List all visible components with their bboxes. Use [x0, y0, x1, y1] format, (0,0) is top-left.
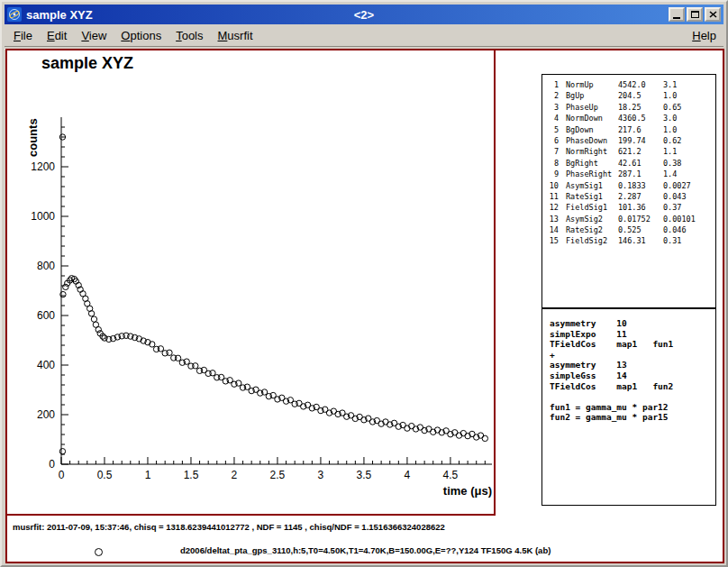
data-point [91, 316, 96, 322]
x-tick-label: 0 [59, 469, 65, 481]
close-icon [709, 11, 717, 18]
data-point [59, 449, 65, 454]
theory-line: + [550, 350, 715, 361]
x-tick-label: 4 [405, 469, 411, 481]
parameter-row: 9PhaseRight287.11.4 [542, 169, 715, 179]
y-tick-label: 200 [37, 408, 55, 421]
x-tick-label: 2.5 [270, 469, 286, 481]
parameter-row: 6PhaseDown199.740.62 [542, 135, 715, 146]
root-canvas[interactable]: time (μs) counts 00.511.522.533.544.5020… [5, 49, 724, 563]
plot-svg: time (μs) counts 00.511.522.533.544.5020… [7, 50, 494, 514]
theory-pane[interactable]: asymmetry 10simplExpo 11TFieldCos map1 f… [541, 308, 716, 506]
theory-lines: asymmetry 10simplExpo 11TFieldCos map1 f… [550, 318, 715, 423]
menu-item-tools[interactable]: Tools [168, 27, 210, 44]
window-controls [669, 7, 721, 22]
y-axis-title: counts [26, 118, 40, 157]
maximize-button[interactable] [687, 7, 703, 22]
data-point [210, 370, 215, 376]
y-tick-label: 0 [49, 458, 55, 471]
plot-title: sample XYZ [41, 54, 133, 73]
app-icon [7, 7, 22, 22]
parameter-row: 2BgUp204.51.0 [542, 90, 715, 101]
data-point [158, 346, 163, 352]
data-point [175, 355, 180, 361]
menu-items-right: Help [685, 27, 723, 44]
theory-line: fun1 = gamma_mu * par12 [550, 402, 715, 413]
theory-line: TFieldCos map1 fun2 [550, 381, 715, 392]
x-tick-label: 0.5 [97, 469, 113, 481]
parameter-row: 7NormRight621.21.1 [542, 146, 715, 157]
menu-item-edit[interactable]: Edit [40, 27, 74, 44]
data-point [96, 326, 101, 332]
fit-info-text: musrfit: 2011-07-09, 15:37:46, chisq = 1… [13, 522, 445, 532]
theory-line: fun2 = gamma_mu * par15 [550, 412, 715, 423]
y-tick-label: 400 [37, 359, 55, 371]
x-axis-title: time (μs) [443, 484, 492, 498]
data-point [63, 284, 68, 289]
parameter-row: 12FieldSig1101.360.37 [542, 202, 715, 213]
title-bar[interactable]: sample XYZ <2> [5, 5, 723, 24]
data-point [167, 350, 172, 355]
menu-bar: FileEditViewOptionsToolsMusrfit Help [5, 26, 723, 45]
parameter-row: 3PhaseUp18.250.65 [542, 102, 715, 113]
x-tick-label: 3.5 [357, 469, 372, 481]
theory-line: asymmetry 10 [550, 318, 715, 329]
y-tick-label: 1200 [31, 160, 55, 173]
parameter-row: 5BgDown217.61.0 [542, 124, 715, 135]
application-window: sample XYZ <2> FileEditViewOptionsToolsM… [0, 0, 728, 567]
open-circle-marker-icon [95, 548, 103, 556]
x-tick-label: 2 [232, 469, 238, 481]
parameter-row: 13AsymSig20.017520.00101 [542, 214, 715, 224]
theory-line: asymmetry 13 [550, 360, 715, 370]
data-point [193, 363, 198, 369]
menu-items-left: FileEditViewOptionsToolsMusrfit [6, 27, 260, 44]
parameter-row: 1NormUp4542.03.1 [542, 79, 715, 90]
menu-item-help[interactable]: Help [685, 27, 723, 44]
parameter-row: 4NormDown4360.53.0 [542, 113, 715, 123]
theory-line: TFieldCos map1 fun1 [550, 339, 715, 350]
parameters-pane[interactable]: 1NormUp4542.03.12BgUp204.51.03PhaseUp18.… [541, 74, 716, 308]
x-tick-label: 1.5 [184, 469, 199, 481]
theory-line: simplExpo 11 [550, 329, 715, 340]
menu-item-file[interactable]: File [6, 27, 40, 44]
theory-line [550, 391, 715, 402]
x-tick-label: 1 [145, 469, 151, 481]
parameters-list: 1NormUp4542.03.12BgUp204.51.03PhaseUp18.… [542, 79, 715, 247]
menu-item-options[interactable]: Options [114, 27, 168, 44]
y-tick-label: 600 [37, 309, 55, 322]
minimize-button[interactable] [669, 7, 685, 22]
parameter-row: 15FieldSig2146.310.31 [542, 235, 715, 246]
y-tick-label: 800 [37, 260, 55, 272]
parameter-row: 8BgRight42.610.38 [542, 158, 715, 169]
menu-item-view[interactable]: View [74, 27, 114, 44]
parameter-row: 14RateSig20.5250.046 [542, 224, 715, 235]
parameter-row: 11RateSig12.2870.043 [542, 191, 715, 202]
window-title-center: <2> [5, 8, 723, 22]
data-point [482, 435, 487, 441]
menu-item-musrfit[interactable]: Musrfit [211, 27, 260, 44]
parameter-row: 10AsymSig10.18330.0027 [542, 180, 715, 191]
main-plot-pad[interactable]: time (μs) counts 00.511.522.533.544.5020… [7, 50, 496, 516]
maximize-icon [691, 11, 699, 18]
x-tick-label: 4.5 [443, 469, 459, 481]
legend-text: d2006/deltat_pta_gps_3110,h:5,T0=4.50K,T… [180, 545, 551, 555]
legend-row: d2006/deltat_pta_gps_3110,h:5,T0=4.50K,T… [7, 545, 723, 558]
y-tick-label: 1000 [31, 210, 55, 223]
theory-line: simpleGss 14 [550, 370, 715, 381]
minimize-icon [673, 17, 680, 19]
window-title: sample XYZ [26, 8, 93, 22]
data-point [88, 311, 94, 316]
x-tick-label: 3 [318, 469, 324, 481]
close-button[interactable] [705, 7, 721, 22]
